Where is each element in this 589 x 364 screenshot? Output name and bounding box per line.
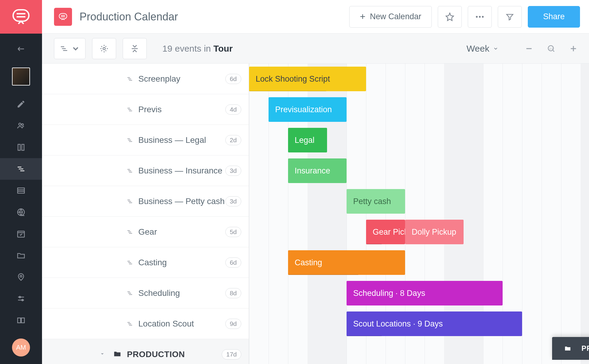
- svg-rect-6: [22, 144, 24, 150]
- plus-icon: +: [360, 11, 365, 22]
- svg-point-4: [22, 124, 23, 125]
- stack-icon: [126, 167, 134, 174]
- plus-icon: [569, 44, 578, 53]
- gantt-chart[interactable]: Lock Shooting ScriptPrevisualizationLega…: [249, 64, 589, 364]
- stack-icon: [126, 106, 134, 113]
- group-footer[interactable]: PRODUCTION · 17 DAYS PERIOD: [552, 337, 589, 360]
- svg-rect-10: [18, 188, 25, 193]
- duration-badge: 17d: [222, 349, 241, 359]
- task-row[interactable]: Previs4d: [42, 94, 249, 125]
- pencil-icon[interactable]: [0, 93, 42, 115]
- stack-icon: [126, 229, 134, 235]
- gantt-bar[interactable]: Previsualization: [269, 97, 347, 122]
- task-row[interactable]: Screenplay6d: [42, 64, 249, 94]
- toolbar: 19 events in Tour Week 1:1: [42, 34, 589, 64]
- duration-badge: 4d: [225, 104, 241, 115]
- task-row[interactable]: Business — Petty cash3d: [42, 186, 249, 217]
- chevron-down-icon: [493, 46, 498, 51]
- share-button[interactable]: Share: [528, 6, 580, 28]
- people-icon[interactable]: [0, 115, 42, 137]
- duration-badge: 2d: [225, 135, 241, 145]
- folder-icon: [564, 345, 571, 352]
- task-label: Screenplay: [138, 74, 225, 84]
- svg-point-30: [103, 47, 105, 50]
- gantt-bar[interactable]: Casting: [288, 250, 405, 275]
- task-row[interactable]: Business — Legal2d: [42, 125, 249, 155]
- zoom-out-button[interactable]: [522, 44, 536, 53]
- zoom-fit-button[interactable]: 1:1: [545, 44, 558, 53]
- header: Production Calendar +New Calendar Share: [42, 0, 589, 34]
- star-icon: [445, 12, 454, 21]
- app-logo[interactable]: [0, 0, 42, 34]
- footer-name: PRODUCTION: [581, 344, 589, 353]
- filter-button[interactable]: [498, 6, 522, 28]
- gantt-view-button[interactable]: [54, 38, 86, 59]
- svg-point-16: [20, 275, 22, 277]
- more-button[interactable]: [468, 6, 492, 28]
- task-row[interactable]: Location Scout9d: [42, 308, 249, 339]
- project-thumbnail[interactable]: [0, 66, 42, 87]
- table-icon[interactable]: [0, 180, 42, 201]
- gantt-bar[interactable]: Legal: [288, 128, 327, 152]
- duration-badge: 6d: [225, 74, 241, 84]
- new-calendar-button[interactable]: +New Calendar: [349, 6, 432, 28]
- task-row[interactable]: Gear5d: [42, 217, 249, 247]
- task-label: Business — Insurance: [138, 166, 225, 176]
- zoom-in-button[interactable]: [567, 44, 580, 53]
- columns-icon[interactable]: [0, 137, 42, 158]
- task-label: Location Scout: [138, 319, 225, 329]
- minus-icon: [524, 44, 533, 53]
- folder-icon[interactable]: [0, 245, 42, 266]
- gantt-bar[interactable]: Lock Shooting Script: [249, 67, 366, 91]
- svg-point-26: [482, 16, 484, 18]
- task-label: Previs: [138, 105, 225, 114]
- gantt-bar[interactable]: Petty cash: [347, 189, 405, 214]
- task-row[interactable]: Business — Insurance3d: [42, 155, 249, 186]
- stack-icon: [126, 198, 134, 205]
- back-icon[interactable]: [0, 38, 42, 60]
- avatar[interactable]: AM: [12, 338, 30, 356]
- duration-badge: 5d: [225, 227, 241, 237]
- stack-icon: [126, 320, 134, 327]
- page-title: Production Calendar: [80, 11, 178, 23]
- chevron-down-icon: [71, 44, 80, 53]
- stack-icon: [126, 76, 134, 82]
- left-sidebar: AM: [0, 0, 42, 364]
- event-count: 19 events in Tour: [162, 44, 233, 54]
- view-selector[interactable]: Week: [467, 44, 498, 54]
- stack-icon: [126, 137, 134, 143]
- calendar-check-icon[interactable]: [0, 223, 42, 245]
- svg-point-3: [19, 123, 21, 125]
- book-icon[interactable]: [0, 309, 42, 331]
- gantt-bar[interactable]: Insurance: [288, 158, 347, 183]
- favorite-button[interactable]: [438, 6, 462, 28]
- svg-rect-0: [13, 10, 29, 21]
- group-row[interactable]: PRODUCTION17d: [42, 339, 249, 364]
- location-pin-icon[interactable]: [0, 266, 42, 288]
- new-calendar-label: New Calendar: [370, 12, 421, 21]
- svg-point-24: [476, 16, 478, 18]
- group-label: PRODUCTION: [127, 350, 222, 359]
- gantt-bar[interactable]: Scout Locations · 9 Days: [347, 311, 522, 336]
- collapse-icon: [130, 44, 139, 53]
- gantt-bar[interactable]: Scheduling · 8 Days: [347, 281, 503, 305]
- task-list: Screenplay6dPrevis4dBusiness — Legal2dBu…: [42, 64, 249, 364]
- task-label: Business — Petty cash: [138, 197, 225, 206]
- task-row[interactable]: Casting6d: [42, 247, 249, 278]
- aperture-icon[interactable]: [0, 201, 42, 223]
- gantt-bar[interactable]: Dolly Pickup: [405, 220, 464, 244]
- calendar-chat-icon: [54, 8, 72, 26]
- collapse-button[interactable]: [123, 38, 147, 59]
- settings-button[interactable]: [92, 38, 116, 59]
- zoom-1to1-icon: 1:1: [547, 44, 556, 53]
- gantt-icon[interactable]: [0, 158, 42, 180]
- chevron-down-icon: [99, 350, 106, 358]
- duration-badge: 3d: [225, 196, 241, 206]
- task-label: Casting: [138, 258, 225, 267]
- gantt-bar[interactable]: Gear Pickup: [366, 220, 405, 244]
- sliders-icon[interactable]: [0, 288, 42, 309]
- gear-icon: [100, 44, 109, 53]
- task-row[interactable]: Scheduling8d: [42, 278, 249, 308]
- gantt-small-icon: [60, 44, 69, 53]
- stack-icon: [126, 259, 134, 266]
